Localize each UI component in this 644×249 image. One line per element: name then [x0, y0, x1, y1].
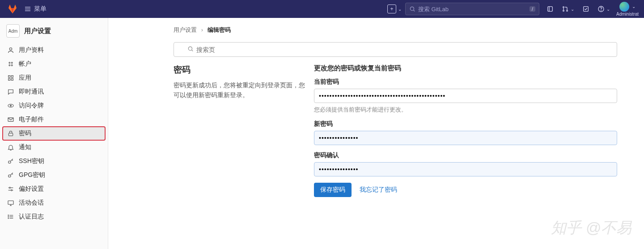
forgot-password-link[interactable]: 我忘记了密码: [360, 186, 397, 194]
svg-line-41: [191, 50, 193, 51]
sidebar-header: Adm 用户设置: [3, 21, 105, 43]
sidebar-item-label: 密码: [19, 129, 31, 137]
svg-rect-31: [8, 201, 13, 204]
apps-icon: [7, 74, 14, 82]
key-icon: [7, 172, 14, 179]
user-label: Administrat: [616, 12, 639, 17]
sidebar-item-9[interactable]: GPG密钥: [3, 168, 105, 182]
sidebar-avatar: Adm: [6, 24, 20, 38]
svg-rect-18: [11, 76, 13, 77]
global-search[interactable]: /: [405, 3, 539, 15]
search-icon: [187, 46, 194, 53]
svg-rect-20: [11, 78, 13, 80]
bell-icon: [7, 144, 14, 151]
issues-icon[interactable]: [543, 2, 557, 16]
sidebar-item-label: 即时通讯: [19, 88, 44, 96]
current-password-input[interactable]: [314, 89, 617, 103]
svg-point-12: [9, 48, 12, 50]
svg-point-40: [188, 47, 192, 50]
current-password-hint: 您必须提供当前密码才能进行更改。: [314, 106, 617, 114]
section-subheading: 更改您的密码或恢复当前密码: [314, 64, 617, 73]
todos-icon[interactable]: [579, 2, 593, 16]
top-navbar: 菜单 + ⌄ / ⌄ ⌄ ⌄ Administrat: [0, 0, 644, 18]
key-icon: [7, 158, 14, 165]
merge-requests-icon[interactable]: ⌄: [561, 2, 575, 16]
sidebar-item-1[interactable]: 帐户: [3, 57, 105, 71]
sidebar-item-10[interactable]: 偏好设置: [3, 182, 105, 196]
chevron-down-icon: ⌄: [632, 4, 636, 9]
svg-point-25: [8, 161, 11, 163]
sidebar-item-6[interactable]: 密码: [3, 127, 105, 140]
sidebar-item-0[interactable]: 用户资料: [3, 43, 105, 57]
mail-icon: [7, 116, 14, 123]
sidebar-item-label: 活动会话: [19, 199, 44, 207]
sidebar-item-12[interactable]: 认证日志: [3, 210, 105, 223]
token-icon: [7, 102, 14, 109]
svg-point-14: [11, 62, 13, 64]
sidebar-item-label: GPG密钥: [19, 171, 45, 179]
create-dropdown[interactable]: + ⌄: [387, 2, 402, 16]
svg-rect-5: [548, 7, 553, 12]
monitor-icon: [7, 199, 14, 206]
list-icon: [7, 213, 14, 220]
plus-icon: +: [387, 4, 396, 13]
global-search-input[interactable]: [418, 6, 527, 13]
section-description: 密码更新成功后，您将被重定向到登录页面，您可以使用新密码重新登录。: [174, 80, 305, 100]
sidebar: Adm 用户设置 用户资料帐户应用即时通讯访问令牌电子邮件密码通知SSH密钥GP…: [0, 18, 108, 249]
chat-icon: [7, 88, 14, 95]
sidebar-item-label: 通知: [19, 143, 31, 151]
svg-point-13: [9, 62, 10, 64]
current-password-label: 当前密码: [314, 78, 617, 86]
svg-line-4: [413, 10, 415, 11]
gear-icon: [7, 60, 14, 68]
sidebar-item-label: 认证日志: [19, 213, 44, 221]
help-icon[interactable]: ⌄: [597, 2, 611, 16]
svg-point-37: [8, 215, 8, 215]
sidebar-item-label: 偏好设置: [19, 185, 44, 193]
sidebar-title: 用户设置: [24, 27, 51, 35]
sliders-icon: [7, 185, 14, 193]
breadcrumb-parent[interactable]: 用户设置: [174, 26, 197, 33]
chevron-down-icon: ⌄: [571, 7, 574, 12]
breadcrumb: 用户设置 › 编辑密码: [174, 26, 617, 34]
sidebar-item-label: 帐户: [19, 60, 31, 68]
sidebar-item-7[interactable]: 通知: [3, 141, 105, 154]
breadcrumb-separator: ›: [201, 26, 203, 33]
confirm-password-input[interactable]: [314, 162, 617, 176]
chevron-down-icon: ⌄: [606, 7, 610, 12]
new-password-input[interactable]: [314, 131, 617, 145]
svg-point-3: [410, 7, 414, 10]
svg-point-29: [9, 187, 11, 189]
confirm-password-label: 密码确认: [314, 151, 617, 159]
gitlab-logo-icon[interactable]: [7, 4, 18, 14]
save-password-button[interactable]: 保存密码: [314, 183, 352, 197]
sidebar-item-8[interactable]: SSH密钥: [3, 155, 105, 168]
main-content: 用户设置 › 编辑密码 密码 密码更新成功后，您将被重定向到登录页面，您可以使用…: [108, 18, 644, 249]
sidebar-item-2[interactable]: 应用: [3, 71, 105, 85]
svg-point-7: [563, 10, 564, 12]
sidebar-item-4[interactable]: 访问令牌: [3, 99, 105, 112]
svg-point-30: [11, 189, 13, 191]
svg-rect-19: [8, 78, 10, 80]
lock-icon: [7, 130, 14, 137]
svg-rect-17: [8, 76, 10, 77]
new-password-label: 新密码: [314, 120, 617, 128]
svg-point-6: [563, 7, 564, 8]
user-menu[interactable]: ⌄ Administrat: [614, 2, 640, 17]
chevron-down-icon: ⌄: [398, 7, 402, 12]
sidebar-item-3[interactable]: 即时通讯: [3, 85, 105, 99]
svg-rect-24: [8, 133, 13, 136]
sidebar-item-11[interactable]: 活动会话: [3, 196, 105, 210]
search-icon: [409, 6, 415, 12]
page-search-input[interactable]: [196, 46, 612, 53]
sidebar-item-5[interactable]: 电子邮件: [3, 113, 105, 126]
svg-point-16: [11, 64, 13, 66]
page-search-box[interactable]: [174, 42, 617, 57]
user-icon: [7, 47, 14, 54]
menu-label: 菜单: [34, 5, 47, 13]
sidebar-item-label: 访问令牌: [19, 102, 44, 110]
search-shortcut-badge: /: [530, 6, 535, 12]
sidebar-item-label: 应用: [19, 74, 31, 82]
menu-button[interactable]: 菜单: [21, 3, 49, 15]
svg-point-38: [8, 216, 8, 217]
